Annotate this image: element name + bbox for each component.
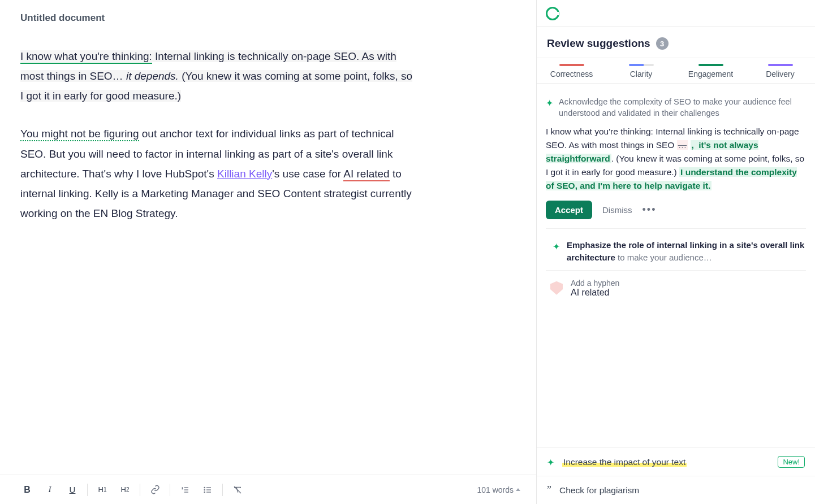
doc-title[interactable]: Untitled document xyxy=(0,0,536,29)
suggestion-label: Add a hyphen xyxy=(571,279,619,288)
tab-correctness[interactable]: Correctness xyxy=(537,58,606,83)
unordered-list-button[interactable] xyxy=(196,480,219,500)
underline-button[interactable]: U xyxy=(61,480,84,500)
clear-format-icon xyxy=(233,485,242,494)
sidebar-topbar xyxy=(537,0,815,27)
clear-format-button[interactable] xyxy=(226,480,249,500)
link-killian-kelly[interactable]: Killian Kelly xyxy=(217,168,272,180)
svg-point-7 xyxy=(204,489,205,490)
suggestion-list: ✦ Acknowledge the complexity of SEO to m… xyxy=(537,84,815,447)
bolt-icon: ✦ xyxy=(546,97,553,110)
tab-delivery[interactable]: Delivery xyxy=(745,58,815,83)
suggestion-desc: Acknowledge the complexity of SEO to mak… xyxy=(559,96,806,119)
footer-link-impact: Increase the impact of your text xyxy=(562,457,687,467)
h1-button[interactable]: H1 xyxy=(91,480,114,500)
suggestion-card-1[interactable]: ✦ Acknowledge the complexity of SEO to m… xyxy=(546,90,806,229)
quote-icon: ” xyxy=(547,484,551,496)
suggestion-card-2[interactable]: ✦ Emphasize the role of internal linking… xyxy=(546,229,806,271)
increase-impact-row[interactable]: ✦ Increase the impact of your text New! xyxy=(537,448,815,476)
bolt-icon: ✦ xyxy=(547,457,554,468)
h2-button[interactable]: H2 xyxy=(114,480,136,500)
ordered-list-icon xyxy=(180,485,189,494)
sidebar-footer: ✦ Increase the impact of your text New! … xyxy=(537,447,815,504)
suggestion-card-3[interactable]: Add a hyphen AI related xyxy=(546,271,806,306)
editor-pane: Untitled document I know what you're thi… xyxy=(0,0,537,504)
highlight-2[interactable]: You might not be figuring xyxy=(20,128,139,141)
format-toolbar: B I U H1 H2 101 words xyxy=(0,475,536,504)
doc-body[interactable]: I know what you're thinking: Internal li… xyxy=(0,29,536,475)
suggestion-desc: Emphasize the role of internal linking i… xyxy=(567,239,806,264)
toolbar-separator xyxy=(140,484,140,496)
suggestions-sidebar: Review suggestions 3 Correctness Clarity… xyxy=(537,0,815,504)
svg-point-8 xyxy=(204,492,205,492)
error-ai-related[interactable]: AI related xyxy=(343,168,389,181)
chevron-up-icon xyxy=(516,488,520,491)
bold-button[interactable]: B xyxy=(16,480,38,500)
grammarly-logo-icon[interactable] xyxy=(546,7,559,20)
shield-icon xyxy=(550,281,563,295)
ordered-list-button[interactable] xyxy=(174,480,196,500)
toolbar-separator xyxy=(87,484,88,496)
highlight-1[interactable]: I know what you're thinking: xyxy=(20,50,152,64)
toolbar-separator xyxy=(222,484,223,496)
tab-engagement[interactable]: Engagement xyxy=(676,58,745,83)
more-options-button[interactable]: ••• xyxy=(642,204,657,216)
accept-button[interactable]: Accept xyxy=(546,201,592,219)
word-count[interactable]: 101 words xyxy=(477,485,520,494)
paragraph-2[interactable]: You might not be figuring out anchor tex… xyxy=(20,124,416,223)
category-tabs: Correctness Clarity Engagement Delivery xyxy=(537,58,815,84)
tab-clarity[interactable]: Clarity xyxy=(606,58,676,83)
unordered-list-icon xyxy=(203,485,212,494)
bolt-icon: ✦ xyxy=(553,240,560,254)
paragraph-1[interactable]: I know what you're thinking: Internal li… xyxy=(20,46,416,106)
card-actions: Accept Dismiss ••• xyxy=(546,201,806,219)
svg-point-6 xyxy=(204,487,205,488)
plagiarism-row[interactable]: ” Check for plagiarism xyxy=(537,476,815,504)
suggestions-count-badge: 3 xyxy=(656,37,669,50)
italic-button[interactable]: I xyxy=(38,480,61,500)
link-button[interactable] xyxy=(144,480,166,500)
dismiss-button[interactable]: Dismiss xyxy=(602,205,632,215)
link-icon xyxy=(150,485,160,494)
sidebar-title: Review suggestions xyxy=(547,37,650,50)
toolbar-separator xyxy=(170,484,170,496)
suggestion-preview: I know what you're thinking: Internal li… xyxy=(546,125,806,193)
new-badge: New! xyxy=(778,456,805,468)
suggestion-text: AI related xyxy=(571,288,619,298)
footer-link-plagiarism: Check for plagiarism xyxy=(559,485,639,496)
sidebar-header: Review suggestions 3 xyxy=(537,27,815,58)
